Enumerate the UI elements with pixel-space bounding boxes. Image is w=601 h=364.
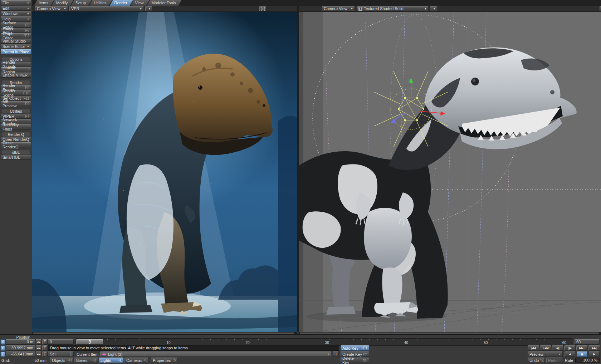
y-axis-badge[interactable]: Y <box>0 345 5 351</box>
next-key-button[interactable]: ▶▶+ <box>576 345 588 351</box>
properties-button[interactable]: Propertiesp <box>151 358 177 363</box>
delete-key-button[interactable]: Delete Keydel <box>341 358 369 363</box>
tab-modify[interactable]: Modify <box>52 0 73 6</box>
current-item-label: Current Item <box>77 352 98 356</box>
y-stepper[interactable]: ◀▶ <box>36 345 41 351</box>
chevron-down-icon: ▼ <box>349 8 353 10</box>
chevron-down-icon: ▼ <box>25 2 29 4</box>
right-view-mode-dropdown[interactable]: Camera View▼ <box>322 6 355 11</box>
chevron-down-icon: ▼ <box>138 8 142 10</box>
chevron-down-icon: ▼ <box>62 8 66 10</box>
y-envelope-button[interactable]: E <box>42 345 48 351</box>
tab-utilities[interactable]: Utilities <box>89 0 112 6</box>
frame-marker <box>89 339 91 341</box>
z-position-field[interactable]: -65.0419mm <box>6 351 35 357</box>
undo-button[interactable]: Undo^Z <box>528 358 545 363</box>
viewport-header-strip: Camera View▼ VPR▼ ▼ Camera View▼ T Textu… <box>32 6 601 12</box>
x-axis-badge[interactable]: X <box>0 339 5 345</box>
limited-region-button[interactable]: Limited RegionI <box>1 67 31 72</box>
grid-value: 50 mm <box>20 358 47 363</box>
chevron-down-icon: ▼ <box>557 353 561 355</box>
menu-edit[interactable]: Edit▼ <box>1 6 31 11</box>
render-scene-button[interactable]: Render SceneF10 <box>1 90 31 95</box>
chevron-down-icon: ▼ <box>25 45 29 48</box>
go-end-button[interactable]: ▶▶| <box>588 345 600 351</box>
selection-count-field: Sel:1 <box>48 351 74 357</box>
left-view-mode-dropdown[interactable]: Camera View▼ <box>35 6 68 11</box>
left-render-mode-dropdown[interactable]: VPR▼ <box>69 6 144 11</box>
menu-file[interactable]: File▼ <box>1 0 31 5</box>
mb-preview-button[interactable]: MB Preview+F9 <box>1 101 31 106</box>
objects-button[interactable]: Objects+O <box>50 358 74 363</box>
tab-modeler-tools[interactable]: Modeler Tools <box>147 0 181 6</box>
opengl-scene <box>299 12 601 332</box>
step-forward-button[interactable]: ||▶ <box>564 345 576 351</box>
virtual-studio-button[interactable]: Virtual Studio <box>1 39 31 44</box>
z-envelope-button[interactable]: E <box>42 351 48 357</box>
smart-ibl-button[interactable]: Smart IBL <box>1 155 31 160</box>
play-reverse-button[interactable]: ◀ <box>565 351 575 357</box>
y-position-field[interactable]: 39.9992 mm <box>6 345 35 351</box>
scene-editor-button[interactable]: Scene Editor▼ <box>1 44 31 49</box>
preview-dropdown[interactable]: Preview▼ <box>528 351 563 357</box>
item-panel-icon[interactable]: ▯ <box>333 351 338 357</box>
viewport-vpr-render[interactable] <box>32 12 297 332</box>
tab-view[interactable]: View <box>131 0 150 6</box>
close-renderq-button[interactable]: Close RenderQ <box>1 142 31 147</box>
transport-controls: |◀◀ +◀◀ ◀|| ||▶ ▶▶+ ▶▶| <box>528 345 600 351</box>
chevron-down-icon: ▼ <box>25 7 29 10</box>
light-icon <box>102 353 107 356</box>
graph-editor-button[interactable]: Graph Editor^F2 <box>1 33 31 38</box>
current-frame-field[interactable]: 0 <box>48 339 74 345</box>
section-renderq: Render-Q <box>2 132 30 137</box>
chevron-down-icon: ▼ <box>25 13 29 15</box>
grid-label: Grid: <box>1 358 10 363</box>
x-stepper[interactable]: ◀▶ <box>36 339 41 345</box>
rate-value-field[interactable]: 100.0 % <box>575 358 600 363</box>
item-type-buttons: Objects+O Bones+B Lights+L Cameras+C Pro… <box>50 358 177 363</box>
z-axis-badge[interactable]: Z <box>0 351 5 357</box>
z-stepper[interactable]: ◀▶ <box>36 351 41 357</box>
x-envelope-button[interactable]: E <box>42 339 48 345</box>
parent-in-place-button[interactable]: Parent in Place <box>1 49 31 54</box>
radiosity-flags-button[interactable]: Radiosity Flags <box>1 124 31 129</box>
x-position-field[interactable]: 0 m <box>6 339 35 345</box>
tab-setup[interactable]: Setup <box>71 0 92 6</box>
play-forward-button[interactable]: ▶ <box>589 351 600 357</box>
left-toolbar: File▼ Edit▼ Windows▼ Help▼ Surface Edito… <box>0 0 32 364</box>
snapshot-icon[interactable] <box>600 6 601 11</box>
x-position-row: X 0 m ◀▶ E <box>0 339 48 345</box>
textured-mode-icon: T <box>358 7 362 11</box>
lights-button[interactable]: Lights+L <box>99 358 124 363</box>
lightwave-layout-window: File▼ Edit▼ Windows▼ Help▼ Surface Edito… <box>0 0 601 364</box>
redo-button[interactable]: Redo <box>546 358 562 363</box>
z-position-row: Z -65.0419mm ◀▶ E <box>0 351 48 357</box>
step-back-button[interactable]: ◀|| <box>552 345 563 351</box>
tab-items[interactable]: Items <box>34 0 54 6</box>
tick-10: 10 <box>166 341 170 345</box>
menu-windows[interactable]: Windows▼ <box>1 11 31 16</box>
frame-slider-handle[interactable]: 0 <box>76 339 103 345</box>
viewport-textured-shaded[interactable] <box>299 12 601 332</box>
chevron-down-icon: ▼ <box>432 8 436 10</box>
cameras-button[interactable]: Cameras+C <box>124 358 148 363</box>
current-item-dropdown[interactable]: Light (3) ▼ <box>100 351 331 357</box>
snapshot-icon[interactable] <box>259 6 266 11</box>
tick-40: 40 <box>404 341 408 345</box>
bones-button[interactable]: Bones+B <box>74 358 98 363</box>
auto-key-button[interactable]: Auto Key+F1 <box>341 345 369 351</box>
status-hint: Drag mouse in view to move selected item… <box>48 345 339 351</box>
enable-viper-button[interactable]: Enable VIPER <box>1 73 31 78</box>
tab-render[interactable]: Render <box>110 0 133 6</box>
section-utilities: Utilities <box>2 109 30 113</box>
right-render-mode-dropdown[interactable]: T Textured Shaded Solid▼ <box>357 6 429 11</box>
prev-key-button[interactable]: +◀◀ <box>540 345 551 351</box>
chevron-down-icon: ▼ <box>423 8 427 10</box>
right-viewport-options-dropdown[interactable]: ▼ <box>430 6 437 11</box>
go-start-button[interactable]: |◀◀ <box>528 345 539 351</box>
left-viewport-options-dropdown[interactable]: ▼ <box>145 6 152 11</box>
pause-button[interactable]: ▮▮ <box>577 351 587 357</box>
end-frame-field[interactable]: 60 <box>575 339 600 345</box>
tick-50: 50 <box>484 341 488 345</box>
timeline-ruler[interactable]: 0 10 20 30 40 50 60 <box>75 338 573 346</box>
